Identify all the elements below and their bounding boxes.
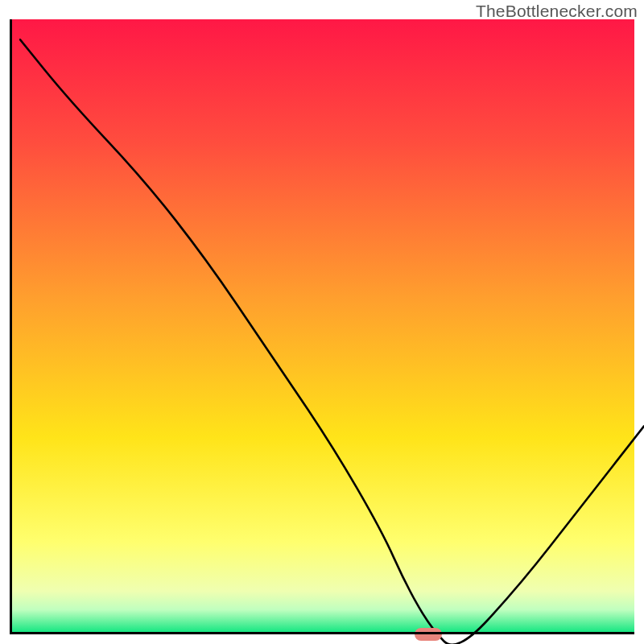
plot-area — [10, 19, 634, 634]
attribution-label: TheBottlenecker.com — [476, 2, 638, 21]
gradient-background — [10, 19, 634, 634]
highlight-marker — [415, 628, 442, 641]
chart-container: TheBottlenecker.com — [0, 0, 644, 644]
svg-rect-0 — [10, 19, 634, 634]
